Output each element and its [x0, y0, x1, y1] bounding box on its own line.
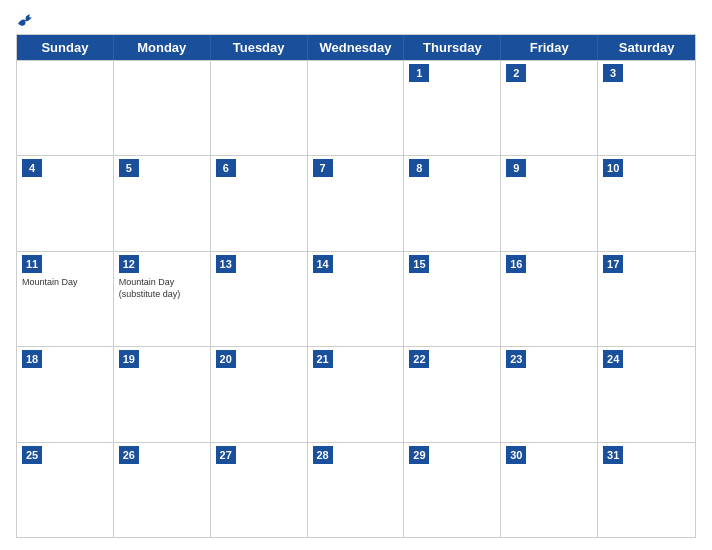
cal-cell: 19: [114, 347, 211, 441]
day-number: 22: [409, 350, 429, 368]
cal-header-monday: Monday: [114, 35, 211, 60]
day-number: 11: [22, 255, 42, 273]
day-number-empty: [216, 64, 236, 82]
day-number: 30: [506, 446, 526, 464]
day-number-empty: [119, 64, 139, 82]
calendar-week-1: 123: [17, 60, 695, 155]
day-number: 9: [506, 159, 526, 177]
cal-cell: [211, 61, 308, 155]
cal-cell: 21: [308, 347, 405, 441]
cal-cell: 28: [308, 443, 405, 537]
day-number: 4: [22, 159, 42, 177]
cal-header-wednesday: Wednesday: [308, 35, 405, 60]
logo-blue-text: [16, 12, 36, 28]
day-number: 19: [119, 350, 139, 368]
cal-header-friday: Friday: [501, 35, 598, 60]
cal-cell: [114, 61, 211, 155]
cal-cell: 22: [404, 347, 501, 441]
calendar-body: 1234567891011Mountain Day12Mountain Day …: [17, 60, 695, 537]
cal-cell: 4: [17, 156, 114, 250]
cal-cell: 30: [501, 443, 598, 537]
calendar-week-3: 11Mountain Day12Mountain Day (substitute…: [17, 251, 695, 346]
cal-cell: 25: [17, 443, 114, 537]
day-number: 16: [506, 255, 526, 273]
cal-header-sunday: Sunday: [17, 35, 114, 60]
day-number: 10: [603, 159, 623, 177]
cal-cell: 2: [501, 61, 598, 155]
event-label: Mountain Day (substitute day): [119, 277, 205, 300]
day-number: 26: [119, 446, 139, 464]
cal-cell: 11Mountain Day: [17, 252, 114, 346]
logo: [16, 12, 36, 28]
cal-cell: 12Mountain Day (substitute day): [114, 252, 211, 346]
cal-cell: 23: [501, 347, 598, 441]
calendar-header-row: SundayMondayTuesdayWednesdayThursdayFrid…: [17, 35, 695, 60]
day-number: 27: [216, 446, 236, 464]
day-number: 20: [216, 350, 236, 368]
cal-cell: 6: [211, 156, 308, 250]
cal-cell: 3: [598, 61, 695, 155]
cal-cell: 24: [598, 347, 695, 441]
day-number: 18: [22, 350, 42, 368]
day-number: 31: [603, 446, 623, 464]
day-number: 29: [409, 446, 429, 464]
day-number: 3: [603, 64, 623, 82]
logo-bird-icon: [16, 12, 34, 28]
day-number: 6: [216, 159, 236, 177]
day-number: 25: [22, 446, 42, 464]
day-number-empty: [22, 64, 42, 82]
cal-cell: 18: [17, 347, 114, 441]
cal-cell: 8: [404, 156, 501, 250]
day-number: 23: [506, 350, 526, 368]
day-number: 21: [313, 350, 333, 368]
page-header: [16, 12, 696, 28]
calendar-week-4: 18192021222324: [17, 346, 695, 441]
cal-cell: 15: [404, 252, 501, 346]
cal-cell: [308, 61, 405, 155]
calendar-page: SundayMondayTuesdayWednesdayThursdayFrid…: [0, 0, 712, 550]
cal-cell: 27: [211, 443, 308, 537]
cal-cell: 20: [211, 347, 308, 441]
cal-cell: 5: [114, 156, 211, 250]
cal-cell: 31: [598, 443, 695, 537]
cal-header-tuesday: Tuesday: [211, 35, 308, 60]
cal-cell: 14: [308, 252, 405, 346]
day-number: 7: [313, 159, 333, 177]
day-number: 17: [603, 255, 623, 273]
day-number: 12: [119, 255, 139, 273]
event-label: Mountain Day: [22, 277, 108, 289]
day-number: 8: [409, 159, 429, 177]
day-number-empty: [313, 64, 333, 82]
day-number: 28: [313, 446, 333, 464]
day-number: 14: [313, 255, 333, 273]
cal-cell: 16: [501, 252, 598, 346]
day-number: 15: [409, 255, 429, 273]
day-number: 24: [603, 350, 623, 368]
cal-cell: [17, 61, 114, 155]
cal-cell: 10: [598, 156, 695, 250]
cal-cell: 9: [501, 156, 598, 250]
day-number: 13: [216, 255, 236, 273]
calendar-week-2: 45678910: [17, 155, 695, 250]
calendar-week-5: 25262728293031: [17, 442, 695, 537]
cal-header-saturday: Saturday: [598, 35, 695, 60]
cal-cell: 26: [114, 443, 211, 537]
day-number: 2: [506, 64, 526, 82]
cal-cell: 7: [308, 156, 405, 250]
cal-cell: 17: [598, 252, 695, 346]
calendar-grid: SundayMondayTuesdayWednesdayThursdayFrid…: [16, 34, 696, 538]
cal-cell: 13: [211, 252, 308, 346]
cal-cell: 1: [404, 61, 501, 155]
cal-cell: 29: [404, 443, 501, 537]
day-number: 5: [119, 159, 139, 177]
cal-header-thursday: Thursday: [404, 35, 501, 60]
day-number: 1: [409, 64, 429, 82]
